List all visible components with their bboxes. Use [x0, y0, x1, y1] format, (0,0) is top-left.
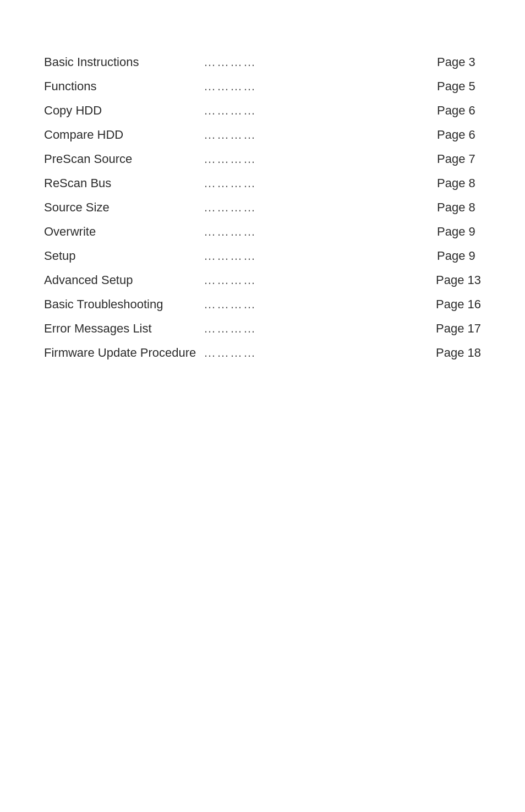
toc-page: Page 13	[436, 273, 481, 287]
toc-page: Page 5	[437, 79, 481, 94]
toc-dots: …………	[198, 55, 437, 69]
toc-dots: …………	[198, 103, 437, 118]
toc-label: Basic Troubleshooting	[44, 297, 198, 312]
toc-label: Compare HDD	[44, 128, 198, 142]
toc-page: Page 17	[436, 321, 481, 336]
toc-row: Compare HDD…………Page 6	[44, 128, 481, 142]
toc-label: Setup	[44, 249, 198, 263]
toc-dots: …………	[198, 128, 437, 142]
toc-page: Page 9	[437, 225, 481, 239]
toc-label: Error Messages List	[44, 321, 198, 336]
toc-page: Page 7	[437, 152, 481, 166]
toc-row: PreScan Source…………Page 7	[44, 152, 481, 166]
toc-row: Basic Instructions…………Page 3	[44, 55, 481, 69]
toc-label: Copy HDD	[44, 103, 198, 118]
toc-dots: …………	[198, 297, 436, 312]
toc-label: Source Size	[44, 200, 198, 215]
toc-dots: …………	[198, 79, 437, 94]
toc-dots: …………	[198, 321, 436, 336]
toc-dots: …………	[198, 273, 436, 287]
toc-row: Copy HDD…………Page 6	[44, 103, 481, 118]
toc-dots: …………	[198, 346, 436, 360]
toc-row: Overwrite…………Page 9	[44, 225, 481, 239]
toc-dots: …………	[198, 225, 437, 239]
toc-dots: …………	[198, 249, 437, 263]
page-container: Basic Instructions…………Page 3Functions…………	[0, 0, 525, 812]
toc-dots: …………	[198, 176, 437, 190]
toc-label: Basic Instructions	[44, 55, 198, 69]
toc-page: Page 8	[437, 200, 481, 215]
toc-list: Basic Instructions…………Page 3Functions…………	[44, 55, 481, 360]
toc-dots: …………	[198, 200, 437, 215]
toc-label: Functions	[44, 79, 198, 94]
toc-label: ReScan Bus	[44, 176, 198, 190]
toc-page: Page 18	[436, 346, 481, 360]
toc-label: PreScan Source	[44, 152, 198, 166]
toc-row: Functions…………Page 5	[44, 79, 481, 94]
toc-page: Page 9	[437, 249, 481, 263]
toc-row: ReScan Bus…………Page 8	[44, 176, 481, 190]
toc-page: Page 6	[437, 128, 481, 142]
toc-page: Page 6	[437, 103, 481, 118]
toc-row: Basic Troubleshooting…………Page 16	[44, 297, 481, 312]
toc-label: Advanced Setup	[44, 273, 198, 287]
toc-row: Advanced Setup…………Page 13	[44, 273, 481, 287]
toc-page: Page 3	[437, 55, 481, 69]
toc-page: Page 16	[436, 297, 481, 312]
toc-label: Firmware Update Procedure	[44, 346, 198, 360]
toc-dots: …………	[198, 152, 437, 166]
toc-label: Overwrite	[44, 225, 198, 239]
toc-row: Setup…………Page 9	[44, 249, 481, 263]
toc-page: Page 8	[437, 176, 481, 190]
toc-row: Firmware Update Procedure…………Page 18	[44, 346, 481, 360]
toc-row: Source Size…………Page 8	[44, 200, 481, 215]
toc-row: Error Messages List…………Page 17	[44, 321, 481, 336]
